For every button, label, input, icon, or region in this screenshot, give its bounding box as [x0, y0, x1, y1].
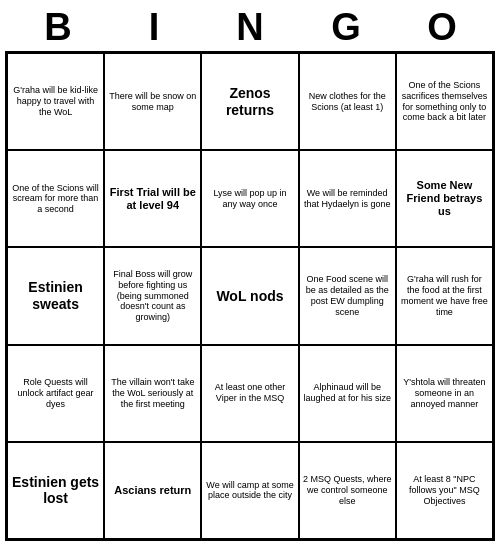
bingo-letter-o: O [398, 6, 486, 49]
bingo-cell-23: 2 MSQ Quests, where we control someone e… [299, 442, 396, 539]
bingo-cell-19: Y'shtola will threaten someone in an ann… [396, 345, 493, 442]
bingo-cell-4: One of the Scions sacrifices themselves … [396, 53, 493, 150]
bingo-cell-16: The villain won't take the WoL seriously… [104, 345, 201, 442]
bingo-letter-g: G [302, 6, 390, 49]
bingo-cell-8: We will be reminded that Hydaelyn is gon… [299, 150, 396, 247]
bingo-letter-b: B [14, 6, 102, 49]
bingo-cell-7: Lyse will pop up in any way once [201, 150, 298, 247]
bingo-cell-2: Zenos returns [201, 53, 298, 150]
bingo-cell-12: WoL nods [201, 247, 298, 344]
bingo-cell-5: One of the Scions will scream for more t… [7, 150, 104, 247]
bingo-cell-15: Role Quests will unlock artifact gear dy… [7, 345, 104, 442]
bingo-cell-11: Final Boss will grow before fighting us … [104, 247, 201, 344]
bingo-grid: G'raha will be kid-like happy to travel … [5, 51, 495, 541]
bingo-cell-1: There will be snow on some map [104, 53, 201, 150]
bingo-letter-n: N [206, 6, 294, 49]
bingo-cell-24: At least 8 "NPC follows you" MSQ Objecti… [396, 442, 493, 539]
bingo-cell-21: Ascians return [104, 442, 201, 539]
bingo-cell-18: Alphinaud will be laughed at for his siz… [299, 345, 396, 442]
bingo-cell-22: We will camp at some place outside the c… [201, 442, 298, 539]
bingo-cell-13: One Food scene will be as detailed as th… [299, 247, 396, 344]
bingo-cell-10: Estinien sweats [7, 247, 104, 344]
bingo-cell-6: First Trial will be at level 94 [104, 150, 201, 247]
bingo-letter-i: I [110, 6, 198, 49]
bingo-cell-17: At least one other Viper in the MSQ [201, 345, 298, 442]
bingo-cell-14: G'raha will rush for the food at the fir… [396, 247, 493, 344]
bingo-cell-20: Estinien gets lost [7, 442, 104, 539]
bingo-header: BINGO [10, 0, 490, 51]
bingo-cell-3: New clothes for the Scions (at least 1) [299, 53, 396, 150]
bingo-cell-0: G'raha will be kid-like happy to travel … [7, 53, 104, 150]
bingo-cell-9: Some New Friend betrays us [396, 150, 493, 247]
